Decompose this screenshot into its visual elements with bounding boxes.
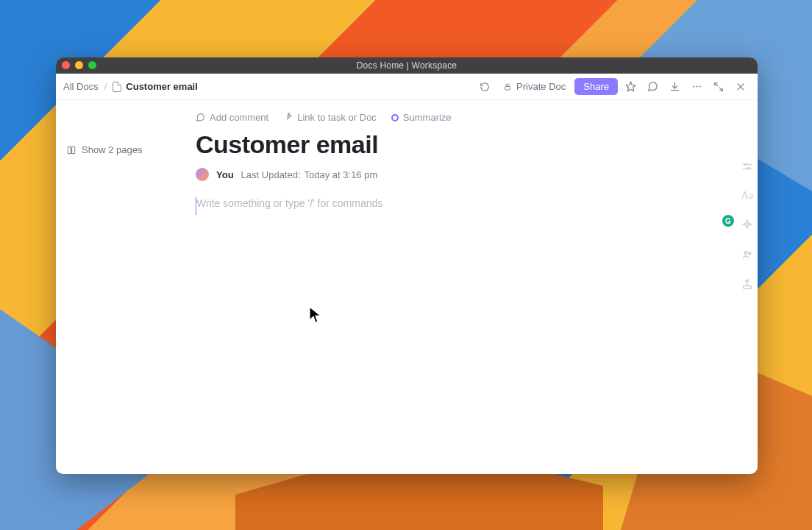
- breadcrumb-current[interactable]: Customer email: [113, 81, 198, 92]
- page-title[interactable]: Customer email: [196, 130, 718, 159]
- breadcrumb-separator: /: [104, 81, 107, 92]
- avatar[interactable]: [196, 168, 209, 181]
- breadcrumb-current-label: Customer email: [126, 81, 198, 92]
- rail-settings-icon[interactable]: [741, 160, 753, 172]
- svg-line-5: [715, 82, 718, 85]
- more-menu-icon[interactable]: [687, 77, 706, 96]
- left-rail: Show 2 pages: [56, 100, 196, 474]
- svg-rect-0: [505, 86, 510, 90]
- privacy-label: Private Doc: [516, 81, 566, 92]
- author-row: You Last Updated: Today at 3:16 pm: [196, 168, 718, 181]
- grammar-badge-icon[interactable]: G: [722, 215, 734, 227]
- svg-point-15: [744, 251, 747, 254]
- collapse-icon[interactable]: [709, 77, 728, 96]
- window-zoom-button[interactable]: [88, 61, 96, 69]
- privacy-toggle[interactable]: Private Doc: [497, 79, 571, 94]
- last-updated-value: Today at 3:16 pm: [304, 169, 378, 180]
- svg-point-3: [696, 86, 697, 88]
- link-task-label: Link to task or Doc: [297, 112, 377, 123]
- comments-icon[interactable]: [643, 77, 662, 96]
- svg-point-16: [749, 252, 751, 254]
- document-editor[interactable]: Write something or type '/' for commands: [196, 197, 718, 215]
- close-icon[interactable]: [731, 77, 750, 96]
- right-mini-rail: Aa: [741, 160, 753, 290]
- rail-export-icon[interactable]: [741, 278, 753, 290]
- show-pages-toggle[interactable]: Show 2 pages: [66, 144, 185, 155]
- svg-rect-17: [744, 286, 752, 289]
- svg-point-4: [699, 86, 700, 88]
- add-comment-label: Add comment: [210, 112, 268, 123]
- download-icon[interactable]: [665, 77, 684, 96]
- svg-rect-10: [72, 146, 75, 153]
- summarize-action[interactable]: Summarize: [391, 112, 452, 123]
- breadcrumb: All Docs / Customer email: [63, 81, 198, 92]
- svg-point-2: [693, 86, 694, 88]
- rail-people-icon[interactable]: [741, 249, 753, 261]
- link-task-action[interactable]: Link to task or Doc: [283, 112, 377, 123]
- share-button[interactable]: Share: [574, 78, 618, 95]
- svg-point-13: [745, 163, 747, 166]
- titlebar: Docs Home | Workspace: [56, 57, 758, 74]
- pages-icon: [66, 145, 76, 155]
- summarize-icon: [391, 114, 399, 121]
- breadcrumb-root[interactable]: All Docs: [63, 81, 99, 92]
- top-toolbar: All Docs / Customer email Private Doc Sh…: [56, 74, 758, 100]
- summarize-label: Summarize: [403, 112, 452, 123]
- svg-point-14: [748, 167, 750, 169]
- last-updated-label: Last Updated:: [241, 169, 301, 180]
- svg-marker-1: [626, 82, 635, 91]
- app-window: Docs Home | Workspace All Docs / Custome…: [56, 57, 758, 474]
- rail-typography-icon[interactable]: Aa: [741, 190, 753, 202]
- doc-icon: [113, 82, 121, 92]
- window-title: Docs Home | Workspace: [357, 60, 457, 71]
- svg-line-6: [719, 88, 722, 91]
- svg-rect-9: [68, 146, 71, 153]
- rail-ai-icon[interactable]: [741, 219, 753, 231]
- add-comment-action[interactable]: Add comment: [196, 112, 268, 123]
- window-minimize-button[interactable]: [75, 61, 83, 69]
- doc-quick-actions: Add comment Link to task or Doc Summariz…: [196, 112, 718, 123]
- favorite-icon[interactable]: [621, 77, 640, 96]
- history-icon[interactable]: [475, 77, 494, 96]
- window-close-button[interactable]: [62, 61, 70, 69]
- document-area: Add comment Link to task or Doc Summariz…: [196, 100, 758, 474]
- show-pages-label: Show 2 pages: [82, 144, 142, 155]
- author-name[interactable]: You: [216, 169, 234, 180]
